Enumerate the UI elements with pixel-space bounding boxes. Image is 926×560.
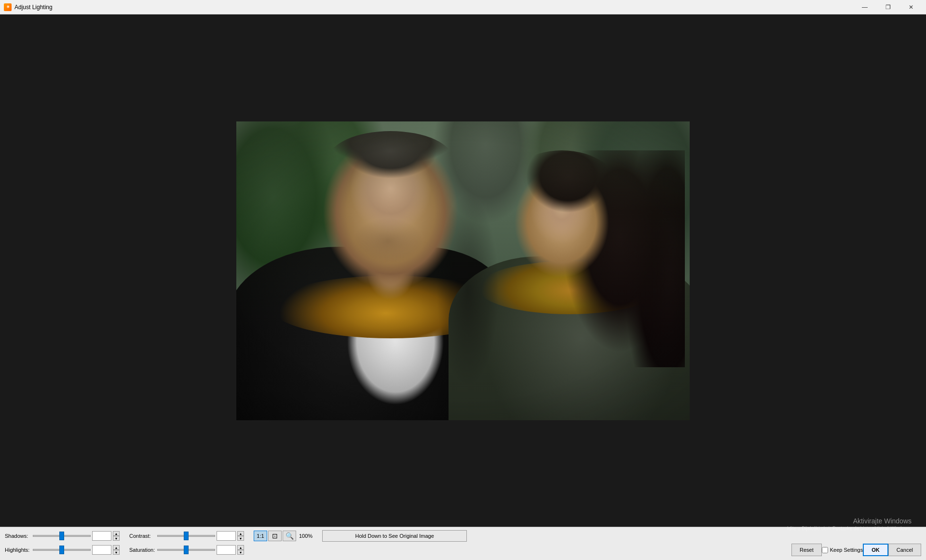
minimize-button[interactable]: —: [854, 0, 876, 14]
contrast-decrement[interactable]: ▼: [237, 536, 244, 541]
controls-row-1: Shadows: 0 ▲ ▼ Contrast: 0 ▲ ▼: [5, 530, 921, 542]
zoom-in-button[interactable]: 🔍: [283, 531, 296, 541]
window-controls: — ❐ ✕: [854, 0, 922, 14]
cancel-button[interactable]: Cancel: [888, 544, 921, 556]
shadows-label: Shadows:: [5, 533, 31, 539]
shadows-increment[interactable]: ▲: [113, 531, 120, 536]
title-bar: ☀ Adjust Lighting — ❐ ✕: [0, 0, 926, 14]
contrast-slider[interactable]: [157, 535, 215, 537]
highlights-slider[interactable]: [33, 549, 91, 551]
contrast-label: Contrast:: [129, 533, 156, 539]
zoom-1-1-button[interactable]: 1:1: [254, 531, 267, 541]
shadows-spinbox: ▲ ▼: [113, 531, 120, 541]
contrast-group: Contrast: 0 ▲ ▼: [129, 531, 244, 541]
saturation-group: Saturation: 0 ▲ ▼: [129, 545, 244, 555]
main-content: Aktivirajte Windows Idite u Dijaloški ok…: [0, 14, 926, 560]
saturation-spinbox: ▲ ▼: [237, 545, 244, 555]
controls-row-2: Highlights: 0 ▲ ▼ Saturation: 0 ▲ ▼: [5, 544, 921, 556]
shadows-slider[interactable]: [33, 535, 91, 537]
saturation-label: Saturation:: [129, 547, 156, 553]
saturation-increment[interactable]: ▲: [237, 545, 244, 550]
zoom-fit-button[interactable]: ⊡: [268, 531, 282, 541]
app-icon: ☀: [4, 3, 12, 11]
contrast-value[interactable]: 0: [217, 531, 236, 541]
window-title: Adjust Lighting: [14, 4, 854, 11]
highlights-decrement[interactable]: ▼: [113, 550, 120, 555]
image-area: [0, 14, 926, 527]
shadows-group: Shadows: 0 ▲ ▼: [5, 531, 120, 541]
reset-button[interactable]: Reset: [791, 544, 822, 556]
zoom-controls: 1:1 ⊡ 🔍 100%: [254, 531, 313, 541]
ok-button[interactable]: OK: [863, 544, 888, 556]
saturation-slider[interactable]: [157, 549, 215, 551]
highlights-value[interactable]: 0: [92, 545, 111, 555]
contrast-spinbox: ▲ ▼: [237, 531, 244, 541]
highlights-increment[interactable]: ▲: [113, 545, 120, 550]
saturation-decrement[interactable]: ▼: [237, 550, 244, 555]
photo-canvas[interactable]: [236, 121, 690, 420]
keep-settings-checkbox[interactable]: [822, 547, 828, 553]
vignette: [236, 121, 690, 420]
shadows-value[interactable]: 0: [92, 531, 111, 541]
saturation-value[interactable]: 0: [217, 545, 236, 555]
zoom-level: 100%: [299, 533, 313, 539]
controls-panel: Shadows: 0 ▲ ▼ Contrast: 0 ▲ ▼: [0, 527, 926, 560]
keep-settings-label[interactable]: Keep Settings: [822, 547, 863, 553]
contrast-increment[interactable]: ▲: [237, 531, 244, 536]
shadows-decrement[interactable]: ▼: [113, 536, 120, 541]
hold-down-button[interactable]: Hold Down to See Original Image: [322, 530, 467, 542]
highlights-group: Highlights: 0 ▲ ▼: [5, 545, 120, 555]
highlights-spinbox: ▲ ▼: [113, 545, 120, 555]
close-button[interactable]: ✕: [900, 0, 922, 14]
highlights-label: Highlights:: [5, 547, 31, 553]
maximize-button[interactable]: ❐: [877, 0, 899, 14]
